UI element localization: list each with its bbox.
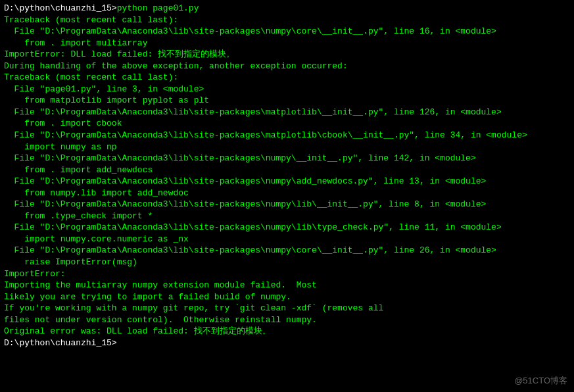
output-line: Traceback (most recent call last): [4,14,570,26]
output-line: During handling of the above exception, … [4,61,570,72]
output-line: If you're working with a numpy git repo,… [4,303,570,314]
watermark: @51CTO博客 [514,375,567,387]
output-line: from matplotlib import pyplot as plt [4,95,570,107]
output-line: Traceback (most recent call last): [4,72,570,84]
output-line: Original error was: DLL load failed: 找不到… [4,326,570,337]
output-line: files not under version control). Otherw… [4,314,570,326]
output-line: ImportError: DLL load failed: 找不到指定的模块。 [4,49,570,61]
terminal-output[interactable]: D:\python\chuanzhi_15>python page01.py T… [4,3,570,349]
output-line: File "D:\ProgramData\Anaconda3\lib\site-… [4,199,570,210]
output-line: import numpy as np [4,141,570,153]
prompt-path: D:\python\chuanzhi_15> [4,3,117,13]
output-line: raise ImportError(msg) [4,257,570,268]
output-line: from . import multiarray [4,37,570,49]
output-line: Importing the multiarray numpy extension… [4,280,570,291]
output-line: File "D:\ProgramData\Anaconda3\lib\site-… [4,153,570,164]
output-line: File "D:\ProgramData\Anaconda3\lib\site-… [4,26,570,37]
output-line: File "D:\ProgramData\Anaconda3\lib\site-… [4,130,570,141]
output-line: from numpy.lib import add_newdoc [4,187,570,199]
output-line: from . import add_newdocs [4,164,570,176]
output-line: from . import cbook [4,118,570,130]
output-line: File "D:\ProgramData\Anaconda3\lib\site-… [4,222,570,233]
output-line: likely you are trying to import a failed… [4,291,570,303]
output-line: import numpy.core.numeric as _nx [4,233,570,245]
command-text: python page01.py [117,3,199,13]
command-line-2[interactable]: D:\python\chuanzhi_15> [4,337,570,349]
output-line: from .type_check import * [4,210,570,222]
output-line: File "D:\ProgramData\Anaconda3\lib\site-… [4,176,570,187]
output-line: ImportError: [4,268,570,280]
output-line: File "page01.py", line 3, in <module> [4,84,570,95]
command-line-1: D:\python\chuanzhi_15>python page01.py [4,3,570,14]
output-line: File "D:\ProgramData\Anaconda3\lib\site-… [4,107,570,118]
prompt-path: D:\python\chuanzhi_15> [4,338,117,348]
output-line: File "D:\ProgramData\Anaconda3\lib\site-… [4,245,570,257]
